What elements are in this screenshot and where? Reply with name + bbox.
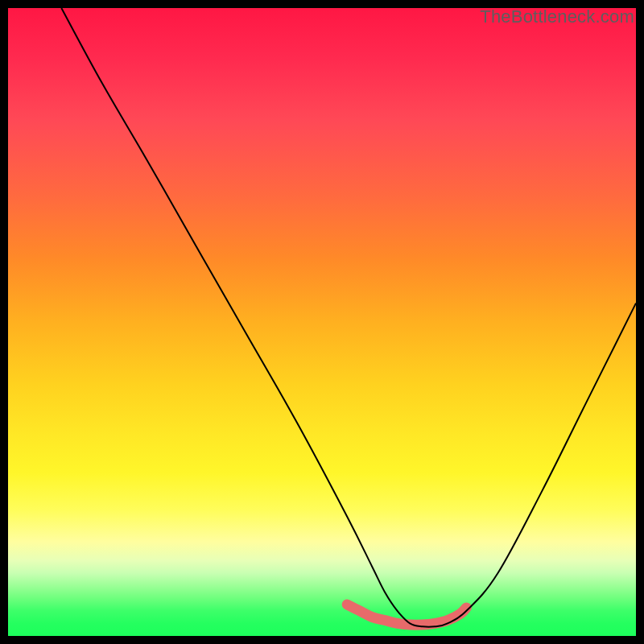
watermark-text: TheBottleneck.com (480, 6, 634, 27)
chart-container: TheBottleneck.com (0, 0, 644, 644)
bottleneck-curve (61, 8, 636, 627)
chart-svg (8, 8, 636, 636)
